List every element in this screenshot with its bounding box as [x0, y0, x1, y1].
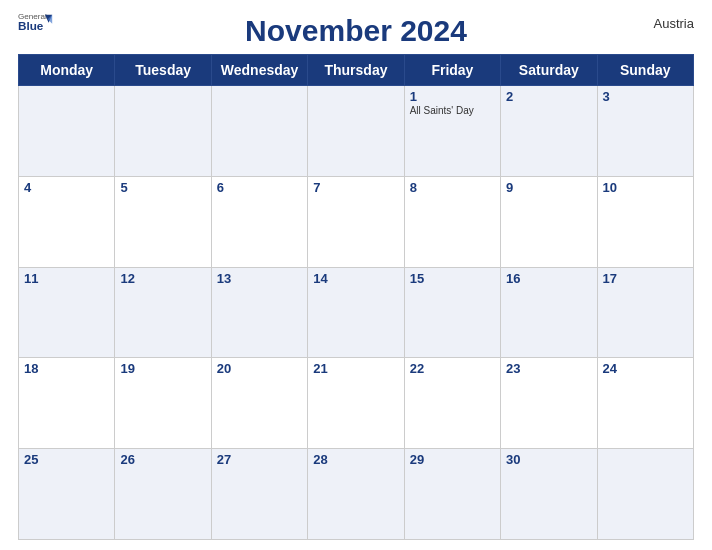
week-row-4: 18192021222324: [19, 358, 694, 449]
week-row-3: 11121314151617: [19, 267, 694, 358]
calendar-cell: 25: [19, 449, 115, 540]
calendar-cell: 3: [597, 86, 693, 177]
calendar-cell: 17: [597, 267, 693, 358]
header-row: MondayTuesdayWednesdayThursdayFridaySatu…: [19, 55, 694, 86]
day-number: 21: [313, 361, 398, 376]
calendar-cell: 18: [19, 358, 115, 449]
calendar-cell: 11: [19, 267, 115, 358]
day-number: 19: [120, 361, 205, 376]
day-number: 29: [410, 452, 495, 467]
logo-icon: General Blue: [18, 10, 54, 32]
day-number: 15: [410, 271, 495, 286]
calendar-cell: 1All Saints' Day: [404, 86, 500, 177]
day-number: 27: [217, 452, 302, 467]
calendar-cell: 21: [308, 358, 404, 449]
day-number: 24: [603, 361, 688, 376]
svg-text:Blue: Blue: [18, 19, 44, 32]
col-header-wednesday: Wednesday: [211, 55, 307, 86]
day-number: 12: [120, 271, 205, 286]
col-header-friday: Friday: [404, 55, 500, 86]
calendar-cell: 9: [501, 176, 597, 267]
day-number: 17: [603, 271, 688, 286]
calendar-cell: 23: [501, 358, 597, 449]
day-number: 28: [313, 452, 398, 467]
calendar-header: General Blue November 2024 Austria: [18, 10, 694, 48]
calendar-cell: 24: [597, 358, 693, 449]
week-row-1: 1All Saints' Day23: [19, 86, 694, 177]
col-header-sunday: Sunday: [597, 55, 693, 86]
day-number: 13: [217, 271, 302, 286]
calendar-cell: 22: [404, 358, 500, 449]
calendar-cell: 2: [501, 86, 597, 177]
calendar-cell: 4: [19, 176, 115, 267]
day-number: 23: [506, 361, 591, 376]
day-number: 2: [506, 89, 591, 104]
calendar-cell: 15: [404, 267, 500, 358]
week-row-2: 45678910: [19, 176, 694, 267]
calendar-cell: 26: [115, 449, 211, 540]
calendar-cell: 20: [211, 358, 307, 449]
holiday-label: All Saints' Day: [410, 105, 495, 116]
day-number: 16: [506, 271, 591, 286]
calendar-cell: 30: [501, 449, 597, 540]
calendar-cell: 7: [308, 176, 404, 267]
calendar-cell: 16: [501, 267, 597, 358]
day-number: 9: [506, 180, 591, 195]
calendar-cell: 29: [404, 449, 500, 540]
calendar-cell: 13: [211, 267, 307, 358]
day-number: 11: [24, 271, 109, 286]
col-header-monday: Monday: [19, 55, 115, 86]
day-number: 8: [410, 180, 495, 195]
day-number: 5: [120, 180, 205, 195]
calendar-cell: [308, 86, 404, 177]
calendar-cell: 27: [211, 449, 307, 540]
calendar-cell: 10: [597, 176, 693, 267]
day-number: 20: [217, 361, 302, 376]
calendar-cell: [211, 86, 307, 177]
col-header-saturday: Saturday: [501, 55, 597, 86]
calendar-cell: 12: [115, 267, 211, 358]
country-label: Austria: [654, 16, 694, 31]
col-header-tuesday: Tuesday: [115, 55, 211, 86]
day-number: 18: [24, 361, 109, 376]
day-number: 4: [24, 180, 109, 195]
calendar-table: MondayTuesdayWednesdayThursdayFridaySatu…: [18, 54, 694, 540]
day-number: 6: [217, 180, 302, 195]
calendar-cell: 8: [404, 176, 500, 267]
calendar-cell: [115, 86, 211, 177]
day-number: 22: [410, 361, 495, 376]
day-number: 1: [410, 89, 495, 104]
day-number: 14: [313, 271, 398, 286]
calendar-cell: 19: [115, 358, 211, 449]
calendar-cell: 6: [211, 176, 307, 267]
calendar-cell: 28: [308, 449, 404, 540]
calendar-cell: 5: [115, 176, 211, 267]
week-row-5: 252627282930: [19, 449, 694, 540]
calendar-cell: [597, 449, 693, 540]
day-number: 30: [506, 452, 591, 467]
day-number: 3: [603, 89, 688, 104]
logo: General Blue: [18, 10, 54, 32]
col-header-thursday: Thursday: [308, 55, 404, 86]
calendar-cell: [19, 86, 115, 177]
day-number: 26: [120, 452, 205, 467]
calendar-cell: 14: [308, 267, 404, 358]
day-number: 25: [24, 452, 109, 467]
page-title: November 2024: [245, 14, 467, 48]
day-number: 7: [313, 180, 398, 195]
day-number: 10: [603, 180, 688, 195]
